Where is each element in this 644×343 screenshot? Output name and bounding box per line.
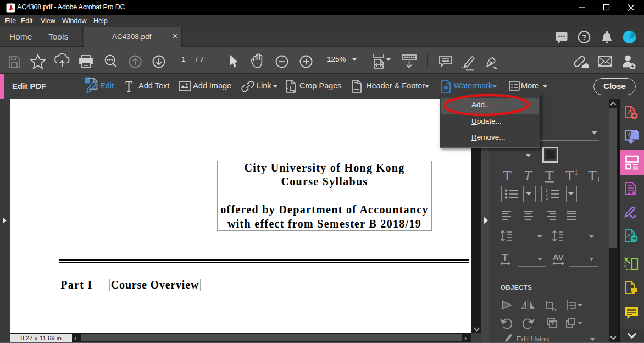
svg-text:T: T — [502, 252, 508, 263]
svg-text:1: 1 — [597, 176, 601, 184]
svg-text:1: 1 — [546, 189, 548, 192]
svg-text:1: 1 — [574, 168, 578, 176]
svg-text:?: ? — [582, 33, 587, 42]
svg-text:3: 3 — [546, 196, 548, 200]
svg-text:OBJECTS: OBJECTS — [501, 284, 532, 291]
svg-text:T: T — [565, 168, 574, 184]
svg-text:T: T — [588, 168, 597, 184]
svg-text:T: T — [503, 168, 512, 184]
svg-text:T: T — [524, 168, 532, 184]
svg-text:T: T — [545, 168, 554, 184]
svg-text:2: 2 — [546, 192, 548, 196]
svg-text:AV: AV — [553, 252, 564, 262]
